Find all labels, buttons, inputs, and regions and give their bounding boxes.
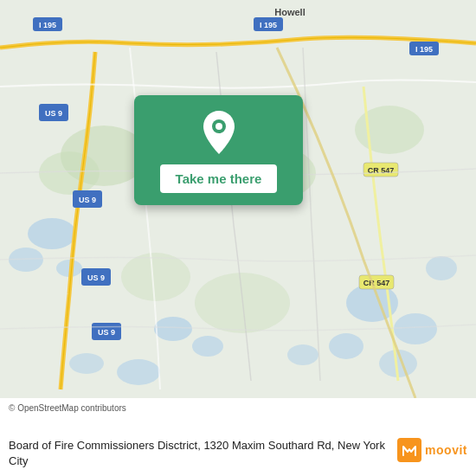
- svg-text:US 9: US 9: [98, 328, 115, 337]
- bottom-bar: © OpenStreetMap contributors Board of Fi…: [0, 398, 476, 476]
- svg-point-7: [394, 313, 437, 344]
- svg-point-1: [28, 218, 76, 249]
- svg-text:US 9: US 9: [87, 273, 105, 282]
- svg-point-15: [39, 151, 100, 195]
- svg-text:I 195: I 195: [415, 45, 433, 54]
- svg-point-8: [329, 333, 363, 359]
- svg-point-11: [426, 256, 457, 280]
- moovit-wordmark: moovit: [425, 443, 467, 457]
- svg-point-40: [215, 123, 222, 130]
- moovit-logo: moovit: [397, 438, 467, 462]
- map-area: I 195 I 195 I 195 US 9 US 9 US 9 US 9 CR…: [0, 0, 476, 398]
- svg-text:US 9: US 9: [79, 196, 96, 204]
- svg-point-4: [154, 317, 192, 341]
- app-container: I 195 I 195 I 195 US 9 US 9 US 9 US 9 CR…: [0, 0, 476, 476]
- svg-text:I 195: I 195: [39, 21, 56, 29]
- moovit-icon: [397, 438, 421, 462]
- svg-text:CR 547: CR 547: [363, 279, 390, 287]
- svg-point-13: [69, 353, 104, 374]
- svg-point-12: [117, 359, 160, 385]
- address-text: Board of Fire Commissioners Disctrict, 1…: [9, 438, 389, 469]
- address-row: Board of Fire Commissioners Disctrict, 1…: [9, 438, 467, 469]
- svg-point-10: [287, 344, 318, 365]
- svg-text:I 195: I 195: [260, 21, 277, 29]
- svg-text:US 9: US 9: [45, 109, 62, 118]
- svg-point-5: [192, 336, 223, 357]
- location-card: Take me there: [134, 95, 303, 205]
- svg-point-19: [121, 253, 190, 301]
- svg-text:Howell: Howell: [274, 7, 305, 17]
- map-attribution: © OpenStreetMap contributors: [9, 403, 467, 413]
- take-me-there-button[interactable]: Take me there: [160, 164, 278, 193]
- map-pin-icon: [198, 109, 240, 156]
